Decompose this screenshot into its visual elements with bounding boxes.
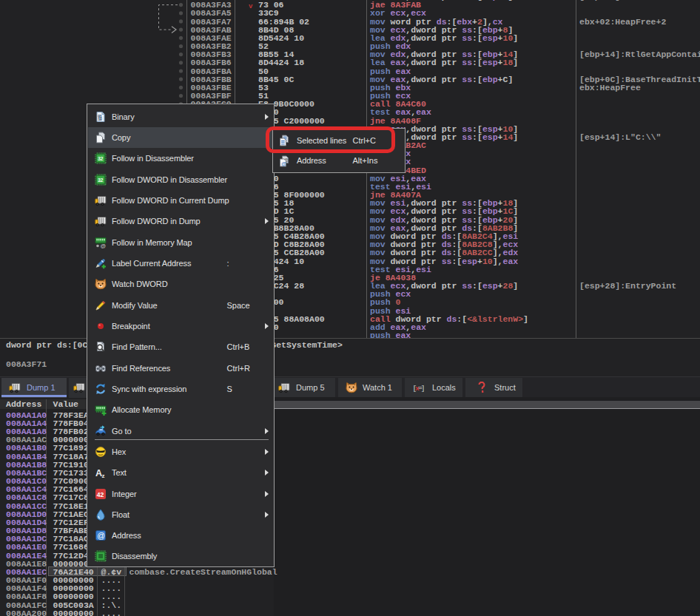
svg-text:32: 32 xyxy=(98,177,103,183)
svg-text:]: ] xyxy=(421,385,424,393)
svg-text:42: 42 xyxy=(96,490,104,498)
svg-text:z: z xyxy=(101,473,104,478)
svg-text:@: @ xyxy=(97,531,105,540)
svg-text:32: 32 xyxy=(98,156,103,161)
svg-text:@: @ xyxy=(281,160,286,166)
svg-text:@: @ xyxy=(100,243,106,248)
svg-text:10: 10 xyxy=(98,118,102,122)
